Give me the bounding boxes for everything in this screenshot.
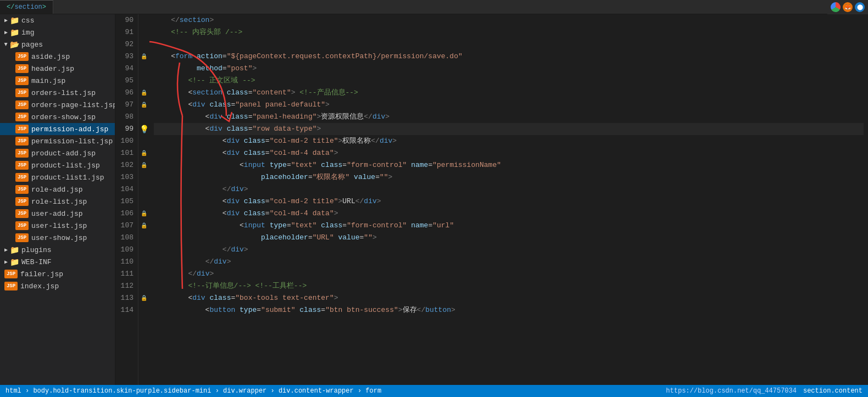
folder-arrow-web-inf: ▶ [4, 259, 8, 265]
sidebar-item-orders-list[interactable]: JSP orders-list.jsp [0, 87, 115, 99]
sidebar-item-label-img: img [21, 29, 34, 37]
gutter-97: 🔒 [138, 99, 149, 111]
gutter-106: 🔒 [138, 208, 149, 220]
file-icon-header: JSP [15, 64, 29, 73]
code-lines: </section> <!-- 内容头部 /--> <form action="… [149, 14, 868, 385]
sidebar-item-label-failer: failer.jsp [20, 270, 63, 278]
sidebar-item-user-list[interactable]: JSP user-list.jsp [0, 220, 115, 232]
chrome-icon[interactable] [831, 2, 841, 12]
code-line-101: <div class="col-md-4 data"> [154, 147, 864, 159]
file-icon-role-list: JSP [15, 197, 29, 206]
active-tab[interactable]: </section> [0, 0, 53, 14]
sidebar-item-orders-page-list[interactable]: JSP orders-page-list.jsp [0, 99, 115, 111]
code-content-wrapper: </section> <!-- 内容头部 /--> <form action="… [149, 14, 868, 385]
code-line-109: </div> [154, 244, 864, 256]
sidebar-item-pages[interactable]: ▶ 📂 pages [0, 38, 115, 51]
sidebar-item-img[interactable]: ▶ 📁 img [0, 26, 115, 38]
firefox-icon[interactable]: 🦊 [843, 2, 853, 12]
code-line-90: </section> [154, 14, 864, 26]
main-layout: ▶ 📁 css ▶ 📁 img ▶ 📂 pages JSP aside.jsp [0, 14, 868, 385]
gutter-98 [138, 111, 149, 123]
file-icon-product-add: JSP [15, 149, 29, 158]
gutter-100 [138, 135, 149, 147]
sidebar-item-user-add[interactable]: JSP user-add.jsp [0, 208, 115, 220]
file-icon-main: JSP [15, 76, 29, 85]
sidebar-item-role-add[interactable]: JSP role-add.jsp [0, 183, 115, 195]
code-line-97: <div class="panel panel-default"> [154, 99, 864, 111]
gutter-107: 🔒 [138, 220, 149, 232]
folder-icon-img: 📁 [10, 28, 19, 37]
code-line-110: </div> [154, 256, 864, 268]
sidebar-item-label-aside: aside.jsp [31, 53, 70, 61]
browser-icons-area: 🦊 ⬤ [827, 0, 868, 14]
file-icon-index: JSP [4, 282, 18, 290]
sidebar-item-product-add[interactable]: JSP product-add.jsp [0, 147, 115, 159]
sidebar-item-label-orders-page-list: orders-page-list.jsp [31, 101, 115, 109]
sidebar-item-header[interactable]: JSP header.jsp [0, 63, 115, 75]
sidebar-item-orders-show[interactable]: JSP orders-show.jsp [0, 111, 115, 123]
sidebar-item-permission-add[interactable]: JSP permission-add.jsp [0, 123, 115, 135]
code-line-111: </div> [154, 268, 864, 280]
code-line-112: <!--订单信息/--> <!--工具栏--> [154, 280, 864, 292]
editor-gutter: 🔒 🔒 🔒 💡 🔒 🔒 🔒 🔒 🔒 [138, 14, 149, 385]
code-line-99: <div class="row data-type"> [154, 123, 864, 135]
sidebar-item-label-permission-list: permission-list.jsp [31, 137, 113, 146]
tab-label: </ [7, 3, 14, 11]
sidebar-item-label-css: css [21, 16, 34, 25]
code-line-98: <div class="panel-heading">资源权限信息</div> [154, 111, 864, 123]
code-line-103: placeholder="权限名称" value=""> [154, 171, 864, 183]
code-line-108: placeholder="URL" value=""> [154, 232, 864, 244]
sidebar-item-label-pages: pages [21, 41, 43, 49]
folder-arrow-css: ▶ [4, 17, 8, 24]
sidebar-item-label-plugins: plugins [21, 246, 52, 254]
sidebar-item-plugins[interactable]: ▶ 📁 plugins [0, 244, 115, 256]
status-section: section.content [803, 387, 863, 395]
sidebar-item-failer[interactable]: JSP failer.jsp [0, 268, 115, 280]
sidebar-item-permission-list[interactable]: JSP permission-list.jsp [0, 135, 115, 147]
sidebar-item-label-product-list1: product-list1.jsp [31, 174, 104, 182]
gutter-105 [138, 195, 149, 208]
sidebar-item-label-product-add: product-add.jsp [31, 149, 96, 158]
file-icon-product-list1: JSP [15, 173, 29, 182]
sidebar-item-role-list[interactable]: JSP role-list.jsp [0, 195, 115, 208]
sidebar-item-user-show[interactable]: JSP user-show.jsp [0, 232, 115, 244]
gutter-108 [138, 232, 149, 244]
file-icon-orders-show: JSP [15, 113, 29, 121]
gutter-91 [138, 26, 149, 38]
sidebar-item-product-list[interactable]: JSP product-list.jsp [0, 159, 115, 171]
file-icon-user-list: JSP [15, 221, 29, 230]
sidebar-item-aside[interactable]: JSP aside.jsp [0, 51, 115, 63]
code-line-106: <div class="col-md-4 data"> [154, 208, 864, 220]
sidebar-item-index[interactable]: JSP index.jsp [0, 280, 115, 292]
file-icon-permission-list: JSP [15, 137, 29, 146]
sidebar-item-label-index: index.jsp [20, 282, 59, 290]
file-icon-user-add: JSP [15, 209, 29, 218]
gutter-113: 🔒 [138, 292, 149, 304]
sidebar-item-web-inf[interactable]: ▶ 📁 WEB-INF [0, 256, 115, 268]
gutter-109 [138, 244, 149, 256]
code-line-113: <div class="box-tools text-center"> [154, 292, 864, 304]
gutter-90 [138, 14, 149, 26]
tab-tag: section [14, 3, 42, 11]
folder-icon-web-inf: 📁 [10, 258, 19, 267]
sidebar-item-main[interactable]: JSP main.jsp [0, 75, 115, 87]
code-line-93: <form action="${pageContext.request.cont… [154, 51, 864, 63]
folder-icon-plugins: 📁 [10, 245, 19, 255]
tab-bar: </section> 🦊 ⬤ [0, 0, 868, 14]
file-icon-user-show: JSP [15, 233, 29, 242]
code-line-107: <input type="text" class="form-control" … [154, 220, 864, 232]
file-icon-permission-add: JSP [15, 125, 29, 133]
sidebar-item-css[interactable]: ▶ 📁 css [0, 14, 115, 26]
gutter-104 [138, 183, 149, 195]
folder-arrow-plugins: ▶ [4, 247, 8, 253]
sidebar-item-label-orders-show: orders-show.jsp [31, 113, 96, 121]
sidebar-item-label-role-list: role-list.jsp [31, 198, 87, 206]
safari-icon[interactable]: ⬤ [855, 2, 865, 12]
gutter-111 [138, 268, 149, 280]
file-tree-sidebar: ▶ 📁 css ▶ 📁 img ▶ 📂 pages JSP aside.jsp [0, 14, 115, 385]
sidebar-item-product-list1[interactable]: JSP product-list1.jsp [0, 171, 115, 183]
sidebar-item-label-user-list: user-list.jsp [31, 222, 87, 230]
sidebar-item-label-main: main.jsp [31, 77, 65, 85]
file-icon-orders-page-list: JSP [15, 100, 29, 109]
gutter-92 [138, 38, 149, 51]
